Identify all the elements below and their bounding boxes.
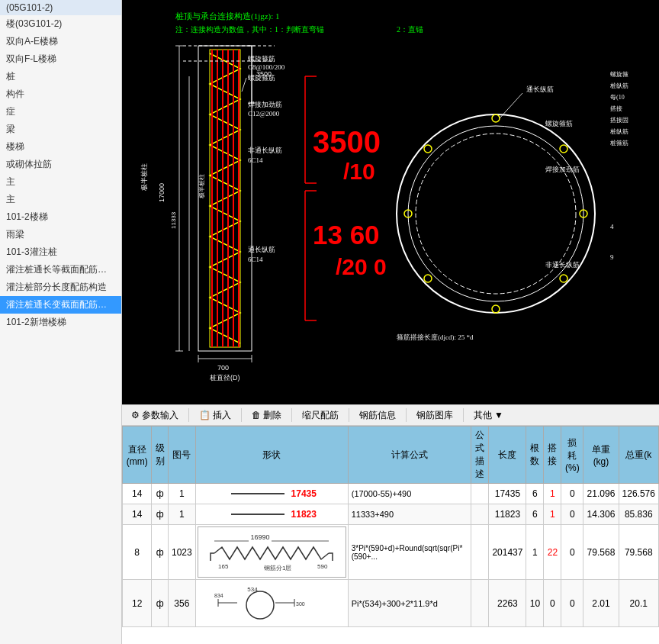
label-zhijing: 桩直径(D) (209, 374, 240, 382)
cell-figure: 356 (169, 580, 196, 627)
table-container: 直径(mm) 级别 图号 形状 计算公式 公式描述 长度 根数 搭接 损耗(%)… (122, 426, 659, 644)
svg-rect-0 (122, 0, 659, 404)
big-num-10: /10 (343, 159, 375, 184)
sidebar-item-14[interactable]: 雨梁 (0, 226, 121, 243)
cell-diameter: 12 (123, 580, 152, 627)
label-luoxuan-right: 螺旋箍筋 (545, 120, 573, 127)
cell-unit-weight: 2.01 (583, 580, 619, 627)
toolbar: ⚙ 参数输入 📋 插入 🗑 删除 缩尺配筋 (122, 404, 659, 426)
sidebar-item-11[interactable]: 主 (0, 173, 121, 191)
cell-loss: 0 (561, 504, 583, 525)
right-num1: 4 (610, 223, 614, 230)
params-label: 参数输入 (142, 409, 178, 422)
right-note-6: 桩纵筋 (609, 128, 628, 135)
shape-value-1: 17435 (291, 488, 317, 499)
label-djcd: 箍筋搭接长度(djcd): 25 *d (397, 333, 474, 341)
sidebar-item-3[interactable]: 双向A-E楼梯 (0, 33, 121, 50)
insert-icon: 📋 (199, 410, 211, 420)
shape-value-2: 11823 (291, 509, 317, 520)
sidebar-item-2[interactable]: 楼(03G101-2) (0, 15, 121, 33)
col-loss: 损耗(%) (561, 427, 583, 484)
shape-wave: 16990 (203, 530, 340, 572)
sep5 (406, 408, 407, 422)
label-feitongchang: 非通长纵筋 (248, 147, 282, 154)
sep4 (349, 408, 349, 422)
cell-count: 6 (526, 504, 544, 525)
sidebar-item-15[interactable]: 101-3灌注桩 (0, 243, 121, 261)
other-btn[interactable]: 其他 ▼ (468, 407, 510, 423)
col-lap: 搭接 (544, 427, 561, 484)
cell-shape: 11823 (195, 504, 348, 525)
label-6c14-1: 6C14 (248, 156, 263, 164)
cell-lap: 0 (544, 580, 561, 627)
svg-point-52 (246, 591, 274, 619)
label-tongchang-right: 通长纵筋 (526, 85, 554, 93)
big-num-20: /20 0 (336, 254, 387, 279)
cell-lap: 22 (544, 525, 561, 580)
dim-17000: 17000 (158, 183, 166, 202)
sidebar-item-1[interactable]: (05G101-2) (0, 0, 121, 15)
table-row: 14 ф 1 17435 (170 (123, 484, 659, 504)
cell-length: 17435 (489, 484, 526, 504)
cell-shape: 534 834 (195, 580, 348, 627)
rebar-table: 直径(mm) 级别 图号 形状 计算公式 公式描述 长度 根数 搭接 损耗(%)… (122, 426, 659, 627)
sidebar-item-12[interactable]: 主 (0, 191, 121, 208)
cell-count: 10 (526, 580, 544, 627)
cell-count: 1 (526, 525, 544, 580)
sidebar-item-10[interactable]: 或砌体拉筋 (0, 156, 121, 173)
other-label: 其他 (474, 409, 492, 422)
col-figure: 图号 (169, 427, 196, 484)
params-icon: ⚙ (131, 410, 140, 420)
svg-text:16990: 16990 (251, 533, 270, 541)
sidebar-item-5[interactable]: 桩 (0, 68, 121, 85)
sep2 (241, 408, 242, 422)
cell-diameter: 8 (123, 525, 152, 580)
sidebar-item-8[interactable]: 梁 (0, 121, 121, 138)
rebar-info-btn[interactable]: 钢筋信息 (353, 407, 402, 423)
insert-btn[interactable]: 📋 插入 (193, 407, 237, 423)
cell-figure: 1 (169, 484, 196, 504)
label-6c14-2: 6C14 (248, 256, 263, 263)
sidebar-item-6[interactable]: 构件 (0, 85, 121, 103)
sep6 (463, 408, 464, 422)
col-count: 根数 (526, 427, 544, 484)
drawing-note: 注：连接构造为数值，其中：1：判断直弯锚 (175, 25, 324, 34)
rebar-lib-label: 钢筋图库 (416, 409, 453, 422)
delete-label: 删除 (263, 409, 281, 422)
col-desc: 公式描述 (471, 427, 489, 484)
dim-btn[interactable]: 缩尺配筋 (296, 407, 345, 423)
sidebar-item-13[interactable]: 101-2楼梯 (0, 208, 121, 226)
sidebar-item-19[interactable]: 101-2新增楼梯 (0, 314, 121, 331)
dim-jiban: 极半桩柱 (140, 163, 148, 192)
sidebar-item-4[interactable]: 双向F-L楼梯 (0, 50, 121, 68)
sidebar-item-7[interactable]: 症 (0, 103, 121, 121)
big-num-3500: 3500 (313, 125, 381, 159)
label-c12: C12@2000 (248, 110, 280, 118)
params-btn[interactable]: ⚙ 参数输入 (125, 407, 185, 423)
cell-desc (471, 580, 489, 627)
cell-unit-weight: 79.568 (583, 525, 619, 580)
delete-icon: 🗑 (252, 410, 261, 420)
sidebar-item-18[interactable]: 灌注桩通长变截面配筋构造 (0, 296, 121, 314)
cell-desc (471, 525, 489, 580)
big-num-13: 13 60 (313, 220, 380, 250)
right-note-1: 螺旋箍 (610, 71, 628, 78)
col-unit-weight: 单重(kg) (583, 427, 619, 484)
cell-figure: 1 (169, 504, 196, 525)
cell-loss: 0 (561, 484, 583, 504)
sidebar-item-17[interactable]: 灌注桩部分长度配筋构造 (0, 279, 121, 296)
cell-loss: 0 (561, 580, 583, 627)
rebar-lib-btn[interactable]: 钢筋图库 (410, 407, 459, 423)
col-length: 长度 (489, 427, 526, 484)
rebar-info-label: 钢筋信息 (359, 409, 396, 422)
cell-loss: 0 (561, 525, 583, 580)
delete-btn[interactable]: 🗑 删除 (246, 407, 288, 423)
cell-lap: 1 (544, 504, 561, 525)
sidebar-item-9[interactable]: 楼梯 (0, 138, 121, 156)
cell-length: 2263 (489, 580, 526, 627)
svg-text:834: 834 (214, 593, 223, 598)
cell-lap: 1 (544, 484, 561, 504)
label-tongchang: 通长纵筋 (248, 246, 275, 253)
content-area: 桩顶与承台连接构造(1jgz): 1 注：连接构造为数值，其中：1：判断直弯锚 … (122, 0, 659, 644)
sidebar-item-16[interactable]: 灌注桩通长等截面配筋构造 (0, 261, 121, 279)
